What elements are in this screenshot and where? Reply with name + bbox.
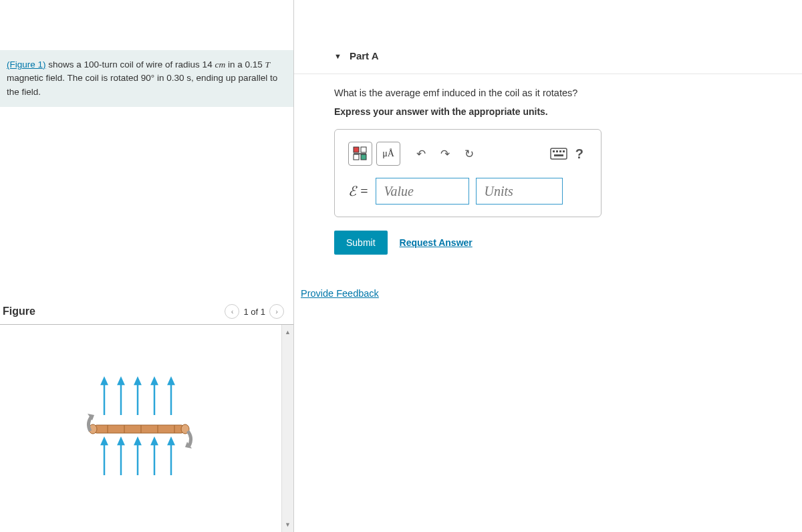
- scroll-down-icon[interactable]: ▼: [283, 520, 292, 529]
- question-text: What is the average emf induced in the c…: [334, 88, 782, 98]
- figure-body: ▲ ▼: [0, 325, 293, 532]
- answer-box: μÅ ↶ ↷ ↻ ? ℰ =: [334, 129, 602, 217]
- svg-marker-9: [168, 378, 174, 384]
- redo-button[interactable]: ↷: [435, 144, 455, 164]
- svg-rect-40: [554, 154, 563, 156]
- problem-text-3: magnetic field. The coil is rotated 90° …: [7, 73, 277, 96]
- figure-next-button[interactable]: ›: [269, 304, 284, 319]
- svg-rect-37: [556, 150, 558, 152]
- svg-marker-15: [135, 438, 140, 444]
- figure-header: Figure ‹ 1 of 1 ›: [0, 299, 293, 325]
- epsilon-label: ℰ =: [348, 183, 369, 199]
- figure-nav: ‹ 1 of 1 ›: [225, 304, 291, 319]
- svg-marker-17: [152, 438, 157, 444]
- unit-cm: cm: [215, 59, 225, 70]
- svg-marker-3: [118, 378, 124, 384]
- svg-rect-39: [563, 150, 565, 152]
- request-answer-link[interactable]: Request Answer: [400, 237, 473, 248]
- question-area: What is the average emf induced in the c…: [294, 74, 802, 261]
- coil-diagram-icon: [74, 368, 208, 489]
- undo-button[interactable]: ↶: [411, 144, 431, 164]
- svg-rect-20: [93, 425, 185, 433]
- figure-title: Figure: [3, 305, 35, 317]
- submit-button[interactable]: Submit: [334, 231, 388, 255]
- figure-section: Figure ‹ 1 of 1 ›: [0, 299, 293, 532]
- help-button[interactable]: ?: [571, 146, 587, 162]
- svg-rect-36: [553, 150, 555, 152]
- reset-button[interactable]: ↻: [459, 144, 479, 164]
- units-input[interactable]: [476, 178, 563, 205]
- part-toggle-icon[interactable]: ▼: [334, 52, 342, 60]
- instruction-text: Express your answer with the appropriate…: [334, 106, 782, 117]
- provide-feedback-link[interactable]: Provide Feedback: [301, 288, 802, 299]
- svg-marker-11: [102, 438, 107, 444]
- part-header: ▼ Part A: [294, 37, 802, 68]
- svg-marker-19: [168, 438, 174, 444]
- figure-nav-text: 1 of 1: [243, 307, 265, 317]
- figure-scrollbar[interactable]: ▲ ▼: [281, 325, 293, 532]
- right-panel: ▼ Part A What is the average emf induced…: [294, 0, 802, 532]
- svg-rect-38: [559, 150, 561, 152]
- svg-marker-7: [152, 378, 157, 384]
- button-row: Submit Request Answer: [334, 231, 782, 255]
- problem-text-1: shows a 100-turn coil of wire of radius …: [46, 59, 215, 70]
- figure-image: [0, 325, 281, 532]
- input-row: ℰ =: [348, 178, 587, 205]
- svg-rect-32: [354, 154, 359, 160]
- svg-marker-13: [118, 438, 124, 444]
- problem-text-2: in a 0.15: [225, 59, 265, 70]
- svg-marker-5: [135, 378, 140, 384]
- problem-statement: (Figure 1) shows a 100-turn coil of wire…: [0, 50, 293, 107]
- svg-rect-33: [361, 154, 366, 160]
- answer-toolbar: μÅ ↶ ↷ ↻ ?: [348, 142, 587, 166]
- templates-icon: [352, 146, 368, 162]
- svg-rect-35: [551, 148, 567, 159]
- templates-button[interactable]: [348, 142, 372, 166]
- part-title: Part A: [350, 50, 379, 61]
- svg-marker-1: [102, 378, 107, 384]
- value-input[interactable]: [376, 178, 469, 205]
- svg-rect-31: [361, 147, 366, 152]
- var-T: T: [265, 59, 270, 70]
- figure-link[interactable]: (Figure 1): [7, 59, 46, 70]
- figure-prev-button[interactable]: ‹: [225, 304, 239, 319]
- units-button[interactable]: μÅ: [376, 142, 400, 166]
- scroll-up-icon[interactable]: ▲: [283, 327, 292, 337]
- keyboard-icon[interactable]: [550, 148, 567, 160]
- svg-rect-30: [354, 147, 359, 152]
- left-panel: (Figure 1) shows a 100-turn coil of wire…: [0, 0, 294, 532]
